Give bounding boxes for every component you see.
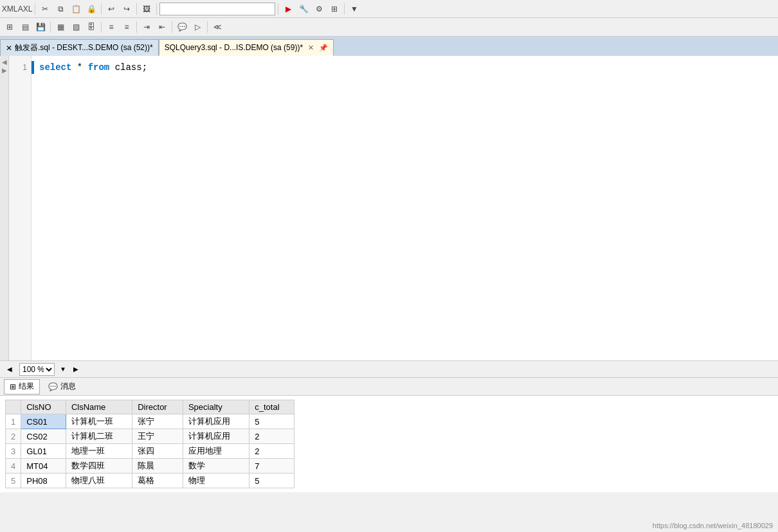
- sep7: [50, 21, 51, 33]
- toolbar-row2: ⊞ ▤ 💾 ▦ ▧ 🗄 ≡ ≡ ⇥ ⇤ 💬 ▷ ≪: [0, 18, 778, 36]
- messages-icon: 💬: [48, 382, 58, 391]
- cell-c_total-3: 7: [249, 459, 294, 474]
- comment-icon[interactable]: 💬: [175, 20, 189, 34]
- cell-clsname-3: 数学四班: [66, 459, 132, 474]
- zoom-select[interactable]: 100 % 75 % 125 % 150 %: [19, 363, 55, 376]
- data-table-wrapper: ClsNO ClsName Director Specialty c_total…: [0, 396, 778, 492]
- grid1-icon[interactable]: ⊞: [3, 20, 17, 34]
- grid2-icon[interactable]: ▤: [18, 20, 32, 34]
- sep9: [136, 21, 137, 33]
- sep3: [136, 3, 137, 15]
- misc-icon[interactable]: ≪: [210, 20, 224, 34]
- align-right-icon[interactable]: ≡: [120, 20, 134, 34]
- tool4-icon[interactable]: ⊞: [327, 2, 341, 16]
- cell-rownum-4: 5: [6, 474, 21, 488]
- tab-sqlquery-close[interactable]: ✕: [308, 44, 314, 52]
- cell-director-3: 陈晨: [132, 459, 183, 474]
- sep1: [35, 3, 35, 15]
- results-tab-label: 结果: [19, 381, 34, 392]
- table-row[interactable]: 1CS01计算机一班张宁计算机应用5: [6, 414, 294, 429]
- star-operator: *: [71, 62, 87, 73]
- scroll-left-btn[interactable]: ◀: [5, 365, 14, 374]
- line-gutter: 1: [9, 56, 32, 360]
- cell-clsno-1: CS02: [21, 429, 66, 444]
- tab-triggers-icon: ✕: [6, 44, 12, 53]
- toolbar-row1: XML AXL ✂ ⧉ 📋 🔒 ↩ ↪ 🖼 ▶ 🔧 ⚙ ⊞ ▼: [0, 0, 778, 18]
- code-editor[interactable]: select * from class;: [32, 56, 778, 79]
- table-row[interactable]: 3GL01地理一班张四应用地理2: [6, 444, 294, 459]
- col-header-clsno: ClsNO: [21, 400, 66, 414]
- run-icon[interactable]: ▶: [281, 2, 295, 16]
- results-table: ClsNO ClsName Director Specialty c_total…: [5, 400, 294, 488]
- left-arrow-bar: ◀ ▶: [0, 56, 9, 360]
- image-icon[interactable]: 🖼: [140, 2, 154, 16]
- cell-rownum-0: 1: [6, 414, 21, 429]
- table-row[interactable]: 2CS02计算机二班王宁计算机应用2: [6, 429, 294, 444]
- cell-clsname-2: 地理一班: [66, 444, 132, 459]
- lock-icon[interactable]: 🔒: [84, 2, 98, 16]
- tab-triggers-label: 触发器.sql - DESKT...S.DEMO (sa (52))*: [15, 42, 153, 53]
- table-name: class;: [109, 62, 147, 73]
- expand-arrow[interactable]: ▶: [2, 67, 7, 74]
- cell-c_total-2: 2: [249, 444, 294, 459]
- cell-rownum-1: 2: [6, 429, 21, 444]
- outdent-icon[interactable]: ⇤: [155, 20, 169, 34]
- col-header-specialty: Specialty: [183, 400, 249, 414]
- active-line-indicator: [32, 61, 34, 74]
- cell-clsname-0: 计算机一班: [66, 414, 132, 429]
- db-combo[interactable]: [159, 3, 275, 15]
- paste-icon[interactable]: 📋: [69, 2, 83, 16]
- table-row[interactable]: 5PH08物理八班葛格物理5: [6, 474, 294, 488]
- cell-rownum-3: 4: [6, 459, 21, 474]
- col-header-director: Director: [132, 400, 183, 414]
- sep4: [156, 3, 157, 15]
- tab-triggers[interactable]: ✕ 触发器.sql - DESKT...S.DEMO (sa (52))*: [0, 39, 159, 56]
- results-panel: ⊞ 结果 💬 消息 ClsNO ClsName Director Special…: [0, 378, 778, 492]
- cell-clsno-2: GL01: [21, 444, 66, 459]
- cell-director-4: 葛格: [132, 474, 183, 488]
- indent-icon[interactable]: ⇥: [140, 20, 154, 34]
- zoom-dropdown-arrow[interactable]: ▼: [60, 366, 66, 373]
- tab-messages[interactable]: 💬 消息: [42, 379, 82, 395]
- cell-director-2: 张四: [132, 444, 183, 459]
- cell-clsname-4: 物理八班: [66, 474, 132, 488]
- align-left-icon[interactable]: ≡: [104, 20, 118, 34]
- tab-sqlquery-label: SQLQuery3.sql - D...IS.DEMO (sa (59))*: [165, 43, 303, 52]
- cell-specialty-3: 数学: [183, 459, 249, 474]
- undo2-icon[interactable]: ↪: [120, 2, 134, 16]
- copy-icon[interactable]: ⧉: [53, 2, 68, 16]
- tab-bar: ✕ 触发器.sql - DESKT...S.DEMO (sa (52))* SQ…: [0, 37, 778, 56]
- run2-icon[interactable]: ▷: [190, 20, 204, 34]
- axl-icon[interactable]: AXL: [18, 2, 32, 16]
- undo-icon[interactable]: ↩: [104, 2, 118, 16]
- save-icon[interactable]: 💾: [33, 20, 48, 34]
- tab-sqlquery[interactable]: SQLQuery3.sql - D...IS.DEMO (sa (59))* ✕…: [159, 39, 334, 56]
- table2-icon[interactable]: ▧: [69, 20, 83, 34]
- cell-specialty-2: 应用地理: [183, 444, 249, 459]
- tool2-icon[interactable]: 🔧: [296, 2, 311, 16]
- cut-icon[interactable]: ✂: [38, 2, 52, 16]
- collapse-arrow[interactable]: ◀: [2, 58, 7, 66]
- col-header-rownum: [6, 400, 21, 414]
- keyword-select: select: [39, 62, 71, 73]
- tab-results[interactable]: ⊞ 结果: [4, 379, 40, 395]
- cell-director-0: 张宁: [132, 414, 183, 429]
- table-icon[interactable]: ▦: [53, 20, 68, 34]
- sep10: [172, 21, 172, 33]
- xml-icon[interactable]: XML: [3, 2, 17, 16]
- cell-c_total-0: 5: [249, 414, 294, 429]
- cell-specialty-4: 物理: [183, 474, 249, 488]
- cell-specialty-0: 计算机应用: [183, 414, 249, 429]
- scroll-right-btn[interactable]: ▶: [71, 365, 80, 374]
- tab-sqlquery-pin[interactable]: 📌: [319, 44, 328, 52]
- messages-tab-label: 消息: [60, 381, 76, 392]
- results-grid-icon: ⊞: [10, 382, 16, 391]
- tool3-icon[interactable]: ⚙: [312, 2, 326, 16]
- arrow-icon[interactable]: ▼: [347, 2, 361, 16]
- cell-clsno-3: MT04: [21, 459, 66, 474]
- cell-clsno-0: CS01: [21, 414, 66, 429]
- sep2: [101, 3, 102, 15]
- col-header-ctotal: c_total: [249, 400, 294, 414]
- db-icon[interactable]: 🗄: [84, 20, 98, 34]
- table-row[interactable]: 4MT04数学四班陈晨数学7: [6, 459, 294, 474]
